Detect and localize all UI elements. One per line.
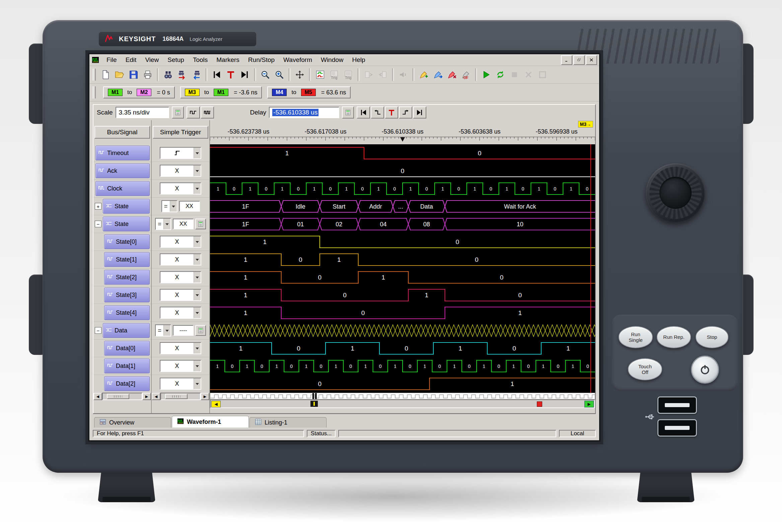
waveform-row-data-10[interactable] [210,322,595,340]
new-file-button[interactable] [99,68,112,82]
trigger-dontcare-dropdown[interactable]: X [160,236,201,248]
waveform-row-data-2-13[interactable]: 01 [210,375,595,393]
trigger-value-field[interactable]: XX [173,219,193,229]
bus-signal-button[interactable]: State[3] [104,288,150,302]
goto-m1-button[interactable]: ▶ [584,401,594,408]
open-folder-button[interactable] [112,68,127,82]
goto-trigger-button[interactable] [385,107,398,118]
waveform-row-state-4-9[interactable]: 101 [210,304,595,322]
trigger-dontcare-dropdown[interactable]: X [160,289,201,301]
pan-tool-button[interactable] [293,68,307,82]
bus-signal-button[interactable]: Data[0] [104,341,150,355]
waveform-row-state-3-8[interactable]: 1010 [210,286,595,304]
close-button[interactable] [586,55,597,65]
bus-signal-button[interactable]: State[4] [104,305,150,320]
trigger-operator-dropdown[interactable]: = [162,200,178,212]
waveform-row-state-3[interactable]: 1FIdleStartAddr...DataWait for Ack [210,197,595,215]
bus-signal-button[interactable]: State[0] [104,234,150,249]
usb-port-top[interactable] [657,396,697,414]
bus-signal-button[interactable]: Timeout [96,146,150,160]
trigger-operator-dropdown[interactable]: = [155,218,171,230]
trigger-edge-dropdown[interactable] [160,147,201,159]
menu-tools[interactable]: Tools [188,55,212,64]
power-button[interactable] [691,355,719,384]
scroll-left-arrow[interactable]: ◀ [152,393,161,400]
menu-window[interactable]: Window [317,55,348,64]
menu-edit[interactable]: Edit [121,55,141,64]
waveform-row-state-1-6[interactable]: 1010 [210,251,595,268]
scale-expand-button[interactable] [186,107,200,118]
bus-signal-button[interactable]: Data[1] [104,358,150,373]
trigger-keypad-button[interactable] [195,219,206,229]
goto-begin-button[interactable] [210,68,224,82]
waveform-row-state-2-7[interactable]: 1010 [210,268,595,286]
waveform-row-timeout-0[interactable]: 10 [210,144,595,162]
waveform-row-state-4[interactable]: 1F0102040810 [210,215,595,233]
scroll-left-arrow[interactable]: ◀ [94,393,102,400]
print-button[interactable] [141,68,155,82]
bus-signal-button[interactable]: State [103,199,150,214]
bus-signal-button[interactable]: State[1] [104,252,150,267]
usb-port-bottom[interactable] [657,419,697,436]
waveform-row-ack-1[interactable]: 0 [210,162,595,180]
menu-run-stop[interactable]: Run/Stop [244,55,279,64]
expander-toggle[interactable]: − [95,327,102,334]
waveform-row-data-0-11[interactable]: 1010101 [210,340,595,357]
m5-position-marker[interactable] [537,402,542,407]
marker-measurement-chip[interactable]: M1toM2= 0 s [103,86,175,99]
marker-measurement-chip[interactable]: M3toM1= -3.6 ns [180,86,262,99]
run-button[interactable] [479,68,493,82]
bus-column-scrollbar[interactable]: ◀ ▶ [94,393,151,400]
bus-signal-button[interactable]: State[2] [104,270,150,284]
marker-delete-button[interactable] [445,68,459,82]
goto-m3-button[interactable]: ◀ [211,401,221,408]
tab-overview[interactable]: Overview [94,417,171,427]
goto-end-button[interactable] [413,107,426,118]
expander-toggle[interactable]: − [95,221,102,227]
scale-compress-button[interactable] [201,107,214,118]
delay-value-field[interactable]: -536.610338 us [269,107,339,118]
trigger-dontcare-dropdown[interactable]: X [160,360,201,372]
zoom-out-button[interactable] [258,68,272,82]
find-next-button[interactable] [175,68,189,82]
bus-signal-button[interactable]: Clock [96,181,150,196]
trigger-dontcare-dropdown[interactable]: X [160,342,201,354]
run-single-button[interactable]: RunSingle [618,326,653,348]
scroll-thumb[interactable] [165,394,188,399]
waveform-row-clock-2[interactable]: 101010101010101010101010 [210,180,595,197]
next-edge-button[interactable] [399,107,412,118]
trigger-keypad-button[interactable] [195,325,206,336]
goto-begin-button[interactable] [357,107,370,118]
bus-signal-button[interactable]: Ack [96,163,150,178]
waveform-scroll-thumb[interactable] [311,401,318,407]
scale-value-field[interactable]: 3.35 ns/div [115,107,169,118]
status-button[interactable]: Status... [307,430,335,437]
marker-next-button[interactable] [431,68,445,82]
minimize-button[interactable] [561,55,572,65]
waveform-scrollbar[interactable]: ◀ ▶ [210,400,595,408]
menu-waveform[interactable]: Waveform [279,55,317,64]
goto-end-button[interactable] [238,68,252,82]
marker-overflow-button[interactable]: OF [459,68,473,82]
menu-view[interactable]: View [141,55,163,64]
trigger-dontcare-dropdown[interactable]: X [160,165,201,177]
menu-file[interactable]: File [102,55,121,64]
run-rep-button[interactable]: Run Rep. [657,326,691,348]
tab-waveform-1[interactable]: Waveform-1 [172,416,249,427]
bus-signal-button[interactable]: Data [103,323,150,338]
marker-add-button[interactable] [417,68,431,82]
find-button[interactable] [161,68,175,82]
trigger-dontcare-dropdown[interactable]: X [160,378,201,390]
m5-marker-line[interactable] [591,144,591,393]
save-button[interactable] [127,68,141,82]
marker-measurement-chip[interactable]: M4toM5= 63.6 ns [267,86,351,99]
bus-signal-button[interactable]: Data[2] [104,376,150,391]
trigger-operator-dropdown[interactable]: = [155,325,171,337]
delay-keypad-button[interactable] [342,107,354,118]
stop-button[interactable]: Stop [696,326,728,348]
restore-button[interactable] [573,55,585,65]
trigger-column-scrollbar[interactable]: ◀ ▶ [152,393,209,400]
trigger-value-field[interactable]: XX [179,201,200,212]
find-prev-button[interactable] [189,68,203,82]
scroll-thumb[interactable] [107,394,130,399]
